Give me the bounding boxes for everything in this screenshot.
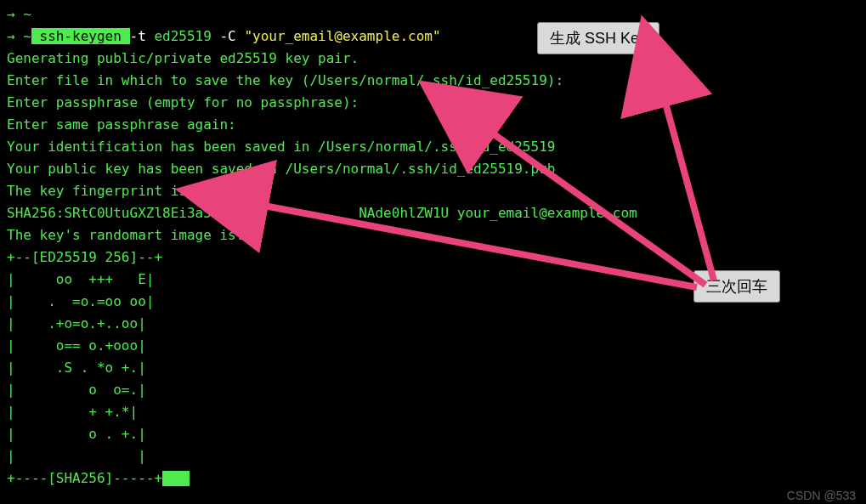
- terminal-output-line: SHA256:SRtC0UtuGXZl8Ei3a5xJ/W NAde0hlZW1…: [7, 202, 859, 224]
- terminal-window[interactable]: → ~ → ~ ssh-keygen -t ed25519 -C "your_e…: [0, 0, 866, 504]
- watermark-text: CSDN @533: [787, 489, 856, 502]
- terminal-randomart-line: | .S . *o +.|: [7, 357, 859, 379]
- command-flag: -C: [219, 28, 235, 44]
- terminal-output-line: Enter same passphrase again:: [7, 114, 859, 136]
- terminal-randomart-line: | o . +.|: [7, 423, 859, 445]
- terminal-output-line: The key fingerprint is:: [7, 180, 859, 202]
- terminal-randomart-line: +----[SHA256]-----+: [7, 467, 859, 490]
- command-space: [236, 28, 245, 44]
- terminal-randomart-line: | + +.*|: [7, 401, 859, 423]
- command-flag: -t: [130, 28, 146, 44]
- cursor-icon: [162, 471, 190, 486]
- terminal-output-line: Enter passphrase (empty for no passphras…: [7, 92, 859, 114]
- prompt-tilde: ~: [15, 6, 31, 22]
- terminal-randomart-line: +--[ED25519 256]--+: [7, 246, 859, 269]
- command-name: ssh-keygen: [31, 28, 130, 44]
- terminal-line: → ~: [7, 3, 859, 25]
- terminal-output-line: The key's randomart image is:: [7, 224, 859, 246]
- prompt-arrow-icon: →: [7, 28, 15, 44]
- terminal-randomart-line: | o o=.|: [7, 379, 859, 401]
- terminal-command-line: → ~ ssh-keygen -t ed25519 -C "your_email…: [7, 25, 859, 48]
- command-quoted: "your_email@example.com": [244, 28, 440, 44]
- terminal-output-line: Generating public/private ed25519 key pa…: [7, 48, 859, 70]
- terminal-output-line: Your public key has been saved in /Users…: [7, 158, 859, 180]
- terminal-randomart-line: | .+o=o.+..oo|: [7, 313, 859, 335]
- prompt-tilde: ~: [15, 28, 31, 44]
- terminal-output-line: Enter file in which to save the key (/Us…: [7, 70, 859, 92]
- terminal-randomart-text: +----[SHA256]-----+: [7, 470, 162, 486]
- prompt-arrow-icon: →: [7, 6, 15, 22]
- command-value: ed25519: [146, 28, 220, 44]
- annotation-label-enter-three-times: 三次回车: [693, 270, 780, 303]
- annotation-label-generate-key: 生成 SSH Key: [537, 22, 659, 54]
- terminal-randomart-line: | |: [7, 445, 859, 467]
- terminal-randomart-line: | o== o.+ooo|: [7, 335, 859, 357]
- terminal-output-line: Your identification has been saved in /U…: [7, 136, 859, 158]
